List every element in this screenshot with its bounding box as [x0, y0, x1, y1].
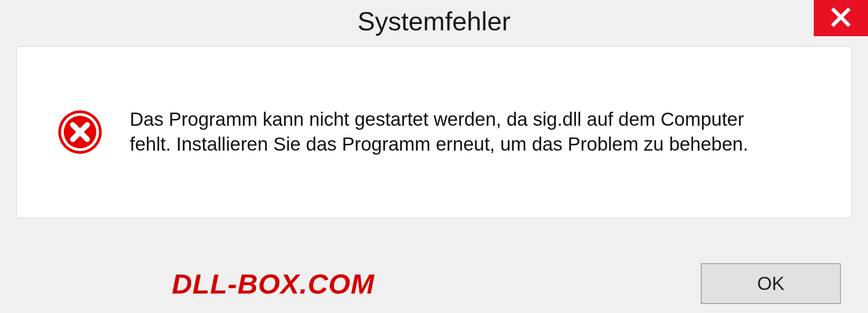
dialog-title: Systemfehler	[358, 6, 510, 36]
error-icon	[57, 109, 103, 155]
message-panel: Das Programm kann nicht gestartet werden…	[16, 46, 852, 218]
ok-button[interactable]: OK	[701, 263, 841, 304]
watermark-text: DLL-BOX.COM	[172, 268, 374, 300]
close-icon	[830, 6, 852, 30]
title-bar: Systemfehler	[0, 0, 868, 42]
footer: DLL-BOX.COM OK	[0, 263, 868, 304]
error-message: Das Programm kann nicht gestartet werden…	[130, 107, 763, 156]
close-button[interactable]	[814, 0, 868, 36]
